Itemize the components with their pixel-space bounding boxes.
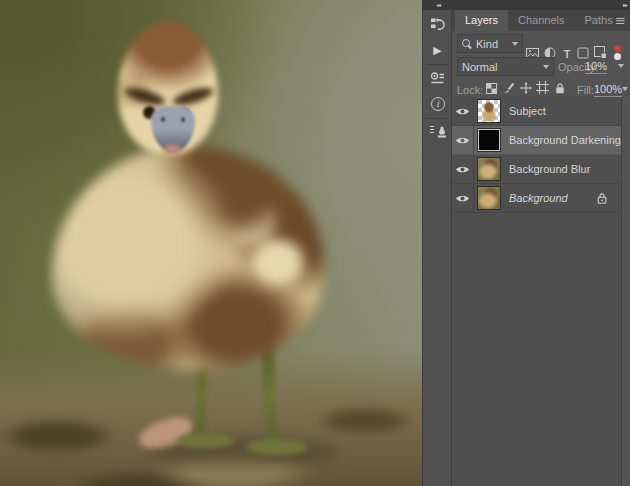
filter-kind-dropdown[interactable]: Kind [457, 34, 523, 53]
eye-icon [455, 131, 470, 149]
fill-value[interactable]: 100% [594, 83, 622, 97]
padlock-icon [555, 80, 565, 98]
panel-menu-icon[interactable]: ≡ [615, 13, 626, 28]
info-panel-button[interactable]: i [423, 94, 452, 114]
actions-panel-button[interactable]: ▶ [423, 40, 452, 60]
photo-canvas[interactable] [0, 0, 422, 486]
history-panel-button[interactable] [423, 16, 452, 36]
fill-label: Fill: [577, 84, 594, 96]
tab-layers[interactable]: Layers [455, 10, 508, 31]
info-icon: i [431, 97, 445, 111]
chevron-down-icon [512, 42, 518, 46]
layer-lock-icon [597, 192, 607, 204]
opacity-chevron-icon[interactable] [618, 64, 624, 68]
tab-paths-label: Paths [585, 14, 613, 26]
eye-icon [455, 102, 470, 120]
fill-chevron-icon[interactable] [622, 87, 628, 91]
lock-all-button[interactable] [553, 82, 566, 95]
tab-layers-label: Layers [465, 14, 498, 26]
tab-channels[interactable]: Channels [508, 10, 574, 31]
adjustments-panel-button[interactable] [423, 70, 452, 90]
blend-mode-value: Normal [462, 61, 497, 73]
play-icon: ▶ [433, 44, 441, 57]
panel-top-strip: ◂◂ ▸▸ [422, 0, 630, 10]
tab-channels-label: Channels [518, 14, 564, 26]
layer-name: Background Blur [509, 163, 590, 175]
layer-name: Background Darkening [509, 134, 621, 146]
lock-position-button[interactable] [519, 82, 532, 95]
ground-blur [0, 351, 422, 486]
layer-row-background-blur[interactable]: Background Blur [452, 155, 621, 184]
lock-transparency-button[interactable] [485, 82, 498, 95]
duckling-right-foot [246, 439, 308, 455]
blend-mode-dropdown[interactable]: Normal [457, 57, 554, 76]
layer-row-background[interactable]: Background [452, 184, 621, 213]
filter-toggle-switch[interactable] [613, 45, 622, 61]
duckling-right-nostril [181, 117, 185, 122]
panel-scrollbar-gutter[interactable] [621, 97, 630, 486]
visibility-toggle[interactable] [452, 97, 474, 125]
visibility-toggle[interactable] [452, 184, 474, 212]
artboard-icon [536, 80, 549, 98]
adjustments-icon [430, 71, 445, 89]
brush-icon [503, 80, 515, 98]
photoshop-window: ◂◂ ▸▸ ▶ i Layers [0, 0, 630, 486]
filter-smart-object-button[interactable] [593, 47, 607, 61]
lock-pixels-button[interactable] [502, 82, 515, 95]
visibility-toggle[interactable] [452, 126, 474, 154]
lock-artboard-button[interactable] [536, 82, 549, 95]
panel-tabbar: Layers Channels Paths ≡ [452, 10, 630, 31]
filter-type-button[interactable]: T [560, 47, 574, 61]
layer-row-background-darkening[interactable]: Background Darkening [452, 126, 621, 155]
clone-source-panel-button[interactable] [423, 123, 452, 143]
opacity-value[interactable]: 10% [585, 60, 607, 74]
move-icon [520, 80, 532, 98]
layer-thumbnail[interactable] [478, 129, 500, 151]
eye-icon [455, 160, 470, 178]
layer-thumbnail[interactable] [478, 187, 500, 209]
duckling-left-foot [176, 433, 234, 448]
type-icon: T [564, 48, 571, 60]
filter-kind-label: Kind [476, 38, 498, 50]
eye-icon [455, 189, 470, 207]
duckling-beak-tip [164, 144, 181, 155]
panel-icon-dock: ▶ i [422, 10, 452, 486]
layer-name: Subject [509, 105, 546, 117]
layer-thumbnail[interactable] [478, 158, 500, 180]
layer-thumbnail[interactable] [478, 100, 500, 122]
collapse-dock-button[interactable]: ◂◂ [436, 0, 440, 10]
dock-separator [426, 64, 449, 65]
filter-shape-button[interactable] [576, 47, 590, 61]
history-icon [430, 17, 445, 35]
layers-list: Subject Background Darkening Background … [452, 97, 621, 486]
clone-source-icon [429, 124, 447, 142]
dock-separator-2 [426, 118, 449, 119]
visibility-toggle[interactable] [452, 155, 474, 183]
collapse-panel-button[interactable]: ▸▸ [623, 0, 627, 10]
layer-name: Background [509, 192, 568, 204]
duckling-left-nostril [161, 117, 165, 122]
layer-row-subject[interactable]: Subject [452, 97, 621, 126]
checkerboard-icon [486, 80, 497, 98]
chevron-down-icon [543, 65, 549, 69]
layers-panel: Layers Channels Paths ≡ Kind T [452, 10, 630, 486]
duckling-body [52, 146, 324, 370]
lock-label: Lock: [457, 84, 483, 96]
search-icon [462, 39, 472, 49]
